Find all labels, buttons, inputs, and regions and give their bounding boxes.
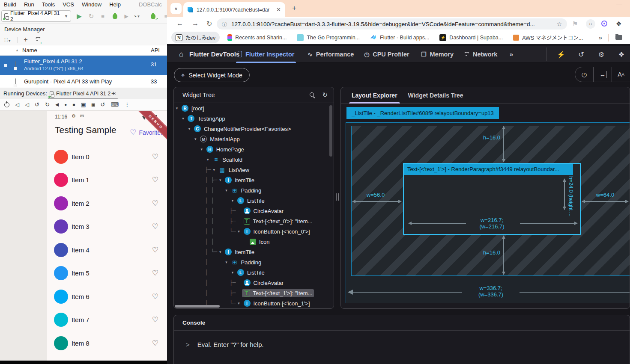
tab-memory[interactable]: ❒ Memory <box>421 46 454 63</box>
debug-button[interactable] <box>110 12 119 21</box>
device-row[interactable]: Gurupoint - Pixel 4 API 33 with Play 33 <box>0 75 167 88</box>
browser-tab[interactable]: 127.0.0.1:9100/?cacheBust=dart ✕ <box>183 2 285 17</box>
group-by-icon[interactable]: ∷▼ <box>4 37 11 43</box>
back-icon[interactable]: ◀ <box>55 102 59 107</box>
menu-item[interactable]: Build <box>0 1 20 8</box>
console-prompt-line[interactable]: > Eval. Enter "?" for help. <box>186 341 264 348</box>
add-device-button[interactable]: + <box>24 36 27 44</box>
horizontal-scrollbar[interactable] <box>175 305 220 308</box>
home-icon[interactable]: ● <box>64 102 67 107</box>
menu-item-dobcalc[interactable]: DOBCalc <box>135 1 166 8</box>
expander-chevron-icon[interactable]: ▾ <box>211 168 217 172</box>
overview-icon[interactable]: ■ <box>72 102 75 107</box>
menu-item[interactable]: Help <box>105 1 125 8</box>
chat-extension-icon[interactable] <box>601 21 607 27</box>
devtools-brand[interactable]: Flutter DevTools <box>189 50 239 58</box>
profiler-button[interactable]: ◔▼ <box>132 12 141 21</box>
add-device-tab-button[interactable]: + <box>111 89 115 97</box>
expander-chevron-icon[interactable]: ▾ <box>217 250 223 254</box>
expander-chevron-icon[interactable]: ▾ <box>192 137 198 141</box>
extension-flag-icon[interactable]: ⚑ <box>572 20 578 28</box>
tab-performance[interactable]: ∿ Performance <box>308 46 354 63</box>
expander-chevron-icon[interactable]: ▾ <box>186 127 192 131</box>
history-icon[interactable]: ↺ <box>575 46 588 63</box>
search-icon[interactable] <box>309 92 315 98</box>
widget-tree-node[interactable]: │ ▾ ⊞ Padding <box>174 257 329 267</box>
more-icon[interactable]: ⋮ <box>124 101 130 108</box>
heart-icon[interactable]: ♡ <box>152 339 158 348</box>
run-list-button[interactable]: ≡ <box>98 12 107 21</box>
reload-button[interactable]: ↻ <box>206 20 212 28</box>
select-widget-mode-button[interactable]: ⌖ Select Widget Mode <box>174 68 250 82</box>
bookmark-star-icon[interactable]: ☆ <box>556 21 562 27</box>
sort-asc-icon[interactable]: ▲ <box>15 48 19 52</box>
expander-chevron-icon[interactable]: ▾ <box>174 106 180 110</box>
bookmark[interactable]: Flutter - Build apps... <box>370 34 429 41</box>
favorites-button[interactable]: ♡ Favorites <box>130 128 164 137</box>
run-button[interactable]: ▶ <box>75 12 84 21</box>
expander-chevron-icon[interactable]: ▾ <box>180 116 186 121</box>
list-item[interactable]: Item 1 ♡ <box>47 169 167 192</box>
widget-tree-node[interactable]: ▾ M MaterialApp <box>174 134 329 144</box>
site-info-icon[interactable]: ⓘ <box>222 21 227 28</box>
volume-up-icon[interactable]: ◁ <box>25 101 29 108</box>
resume-button[interactable]: ▶ <box>122 12 131 21</box>
tab-cpu-profiler[interactable]: ◷ CPU Profiler <box>364 46 409 63</box>
close-tab-icon[interactable]: ✕ <box>276 6 281 13</box>
show-baselines-button[interactable]: AA <box>612 67 630 82</box>
refresh-icon[interactable]: ↻ <box>322 91 328 99</box>
expander-chevron-icon[interactable]: ▾ <box>224 260 230 264</box>
other-bookmarks-folder-icon[interactable] <box>615 35 622 40</box>
widget-tree-node[interactable]: │ │ ▾ ⊞ Padding <box>174 185 329 195</box>
heart-icon[interactable]: ♡ <box>152 199 158 208</box>
widget-tree-node[interactable]: ▾ R [root] <box>174 103 329 113</box>
widget-tree-node[interactable]: │ ├─ T Text-[<'text_1'>]: "Item... <box>174 288 329 298</box>
widget-tree-node[interactable]: │ │ ├─ CircleAvatar <box>174 206 329 216</box>
list-item[interactable]: Item 4 ♡ <box>47 238 167 262</box>
heart-icon[interactable]: ♡ <box>152 269 158 278</box>
heart-icon[interactable]: ♡ <box>152 222 158 231</box>
expander-chevron-icon[interactable]: ▾ <box>236 301 242 305</box>
widget-tree-node[interactable]: │ ├─ ▾ I ItemTile <box>174 175 329 185</box>
power-icon[interactable] <box>4 102 9 107</box>
record-icon[interactable]: ◙ <box>92 101 95 108</box>
device-row[interactable]: Flutter_Pixel 4 API 31 2 Android 12.0 ("… <box>0 56 167 75</box>
rerun-button[interactable]: ↻ <box>87 12 96 21</box>
widget-tree-node[interactable]: ▾ ≡ Scaffold <box>174 154 329 165</box>
list-item[interactable]: Item 3 ♡ <box>47 215 167 239</box>
attach-debugger-button[interactable] <box>148 12 158 21</box>
widget-tree-node[interactable]: ▾ C ChangeNotifierProvider<Favorites> <box>174 124 329 134</box>
heart-icon[interactable]: ♡ <box>152 292 158 301</box>
bookmark[interactable]: Recents and Sharin... <box>227 34 287 41</box>
list-item[interactable]: Item 6 ♡ <box>47 285 167 308</box>
screenshot-icon[interactable]: ▣ <box>81 101 86 108</box>
devtools-extensions-icon[interactable]: ❖ <box>615 46 628 63</box>
vertical-scrollbar[interactable] <box>329 105 332 157</box>
expander-chevron-icon[interactable]: ▾ <box>224 188 230 192</box>
tab-flutter-inspector[interactable]: Flutter Inspector <box>238 46 294 63</box>
tabs-overflow-icon[interactable]: » <box>510 46 513 63</box>
widget-tree-node[interactable]: │ │ ├─ T Text-[<'text_0'>]: "Item... <box>174 216 329 226</box>
expander-chevron-icon[interactable]: ▾ <box>217 178 223 182</box>
list-item[interactable]: Item 0 ♡ <box>47 145 167 169</box>
snapshot-icon[interactable]: ↺ <box>101 101 105 108</box>
list-item[interactable]: Item 9 ♡ <box>47 355 167 358</box>
widget-tree-node[interactable]: │ ▾ L ListTile <box>174 267 329 278</box>
volume-down-icon[interactable]: ◁ <box>15 101 19 108</box>
panel-resize-handle[interactable] <box>336 193 339 201</box>
list-item[interactable]: Item 7 ♡ <box>47 308 167 332</box>
tab-widget-details-tree[interactable]: Widget Details Tree <box>408 87 463 104</box>
column-api[interactable]: API <box>151 47 160 53</box>
extensions-puzzle-icon[interactable]: ❖ <box>616 20 621 28</box>
widget-tree-node[interactable]: │ │ └─ ▾ I IconButton-[<'icon_0'>] <box>174 226 329 237</box>
rotate-right-icon[interactable]: ↻ <box>45 101 50 108</box>
expander-chevron-icon[interactable]: ▾ <box>199 147 205 151</box>
widget-tree-node[interactable]: ▾ H HomePage <box>174 144 329 154</box>
rotate-left-icon[interactable]: ↺ <box>35 101 39 108</box>
widget-tree-node[interactable]: ├─ ▾ ▦ ListView <box>174 165 329 175</box>
back-button[interactable]: ← <box>176 20 183 27</box>
parent-widget-badge[interactable]: _ListTile - _RenderListTile#608f9 relayo… <box>346 107 499 119</box>
keyboard-icon[interactable]: ⌨ <box>110 101 119 108</box>
url-bar[interactable]: ⓘ 127.0.0.1:9100/?cacheBust=dart-3.3.3-f… <box>217 18 567 30</box>
expander-chevron-icon[interactable]: ▾ <box>236 229 242 234</box>
